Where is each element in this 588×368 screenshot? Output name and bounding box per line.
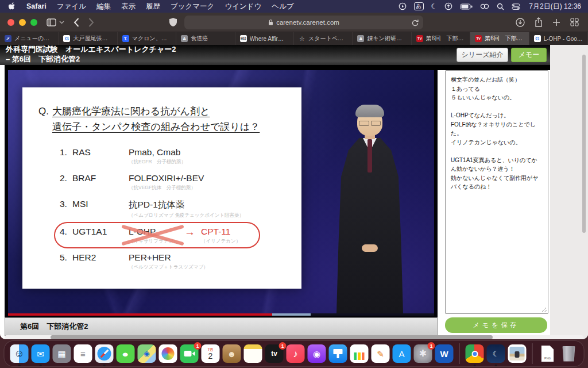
tab-2[interactable]: G大戸屋尾張旭… xyxy=(59,32,117,45)
sidebar-icon[interactable] xyxy=(47,18,56,26)
dock-png-file-icon[interactable]: PNG xyxy=(539,344,557,363)
dock-chrome-icon[interactable] xyxy=(466,344,484,363)
focus-moon-icon[interactable]: ☾ xyxy=(431,3,438,10)
memo-textarea[interactable]: 横文字の並んだお話（笑） １あってる ５もいいんじゃないの。 L-OHPてなんだ… xyxy=(446,71,548,313)
dock-mail-icon[interactable]: ✉ xyxy=(32,344,50,363)
notification-badge: 1 xyxy=(428,342,435,350)
control-center-icon[interactable] xyxy=(512,3,520,10)
menu-bar: Safari ファイル 編集 表示 履歴 ブックマーク ウインドウ ヘルプ あ … xyxy=(0,0,588,13)
dock-numbers-icon[interactable] xyxy=(350,344,369,363)
chevron-down-icon[interactable] xyxy=(59,21,64,24)
menu-view[interactable]: 表示 xyxy=(116,2,141,12)
dock-messages-icon[interactable]: ● xyxy=(117,344,135,363)
hotspot-icon[interactable] xyxy=(480,3,489,9)
zoom-window-button[interactable] xyxy=(30,19,37,26)
tab-10[interactable]: GL-OHP - Goo… xyxy=(529,32,588,45)
tab-6[interactable]: ☆スタートページ xyxy=(294,32,353,45)
dock-pages-icon[interactable]: ✎ xyxy=(372,344,390,363)
tab-5[interactable]: WSJWhere Affir… xyxy=(235,32,294,45)
privacy-shield-icon[interactable] xyxy=(169,17,177,27)
battery-icon[interactable] xyxy=(460,3,473,10)
minimize-window-button[interactable] xyxy=(19,19,26,26)
lecture-slide: Q. 大腸癌化学療法に関わる抗がん剤と 遺伝子・タンパク検査の組み合わせで誤りは… xyxy=(22,87,301,289)
menu-bookmarks[interactable]: ブックマーク xyxy=(165,2,219,12)
dock-calendar-icon[interactable]: 7月2 xyxy=(202,344,220,363)
dock-trash-icon[interactable] xyxy=(560,344,578,363)
menu-clock[interactable]: 7月2日(日) 12:36 xyxy=(529,2,581,12)
reload-icon[interactable] xyxy=(412,19,419,26)
dock-launchpad-icon[interactable]: ▦ xyxy=(53,344,71,363)
slide-question: Q. 大腸癌化学療法に関わる抗がん剤と 遺伝子・タンパク検査の組み合わせで誤りは… xyxy=(38,103,301,135)
dock-safari-icon[interactable] xyxy=(95,344,114,363)
dock-contacts-icon[interactable]: ☻ xyxy=(223,344,241,363)
close-window-button[interactable] xyxy=(7,19,14,26)
new-tab-icon[interactable] xyxy=(552,18,560,26)
apple-logo-icon[interactable] xyxy=(8,2,16,11)
dock-word-icon[interactable]: W xyxy=(435,344,454,363)
dock-appstore-icon[interactable]: A xyxy=(393,344,411,363)
lecturer xyxy=(330,103,410,313)
tab-4[interactable]: A食道癌 xyxy=(176,32,235,45)
video-progress-bar[interactable] xyxy=(8,313,434,316)
dock-photo-window-icon[interactable] xyxy=(508,344,527,363)
dock-podcasts-icon[interactable]: ◉ xyxy=(308,344,326,363)
dock-settings-icon[interactable]: ✱1 xyxy=(414,344,432,363)
dock-keynote-icon[interactable] xyxy=(329,344,347,363)
running-indicator xyxy=(18,365,21,367)
option-note: （抗EGFR 分子標的薬） xyxy=(129,159,186,166)
tab-favicon: メ xyxy=(5,35,11,42)
vertical-scrollbar[interactable] xyxy=(582,55,586,233)
tab-favicon: TV xyxy=(475,35,482,42)
option-drug: PER+HER xyxy=(129,252,208,263)
address-bar[interactable]: carenetv.carenet.com xyxy=(184,16,423,29)
menu-window[interactable]: ウインドウ xyxy=(219,2,266,12)
menu-safari[interactable]: Safari xyxy=(21,2,52,10)
dock-reminders-icon[interactable]: ≡ xyxy=(74,344,92,363)
tab-9[interactable]: TV第6回 下部… xyxy=(470,32,529,45)
series-intro-button[interactable]: シリーズ紹介 xyxy=(457,48,508,62)
running-indicator xyxy=(103,365,106,367)
share-icon[interactable] xyxy=(535,17,543,27)
tab-7[interactable]: A錬キン術研究所 xyxy=(353,32,411,45)
tab-label: メニューのご… xyxy=(14,34,53,43)
tab-overview-icon[interactable] xyxy=(570,18,579,26)
option-note: （ペルツズマブ＋トラスツズマブ） xyxy=(129,264,208,271)
input-source-icon[interactable]: あ xyxy=(414,2,424,10)
horizontal-scrollbar[interactable] xyxy=(5,335,583,339)
dock-music-icon[interactable]: ♪ xyxy=(287,344,305,363)
dock-maps-icon[interactable]: ◉ xyxy=(138,344,156,363)
dock-notes-icon[interactable] xyxy=(244,344,262,363)
spotlight-icon[interactable] xyxy=(497,3,504,10)
back-button[interactable] xyxy=(74,18,79,27)
video-player[interactable]: Q. 大腸癌化学療法に関わる抗がん剤と 遺伝子・タンパク検査の組み合わせで誤りは… xyxy=(5,70,438,317)
menu-history[interactable]: 履歴 xyxy=(141,2,165,12)
video-caption: 第6回 下部消化管2 xyxy=(20,322,88,331)
tab-favicon: G xyxy=(63,35,70,42)
dock-kindle-icon[interactable]: ☾ xyxy=(487,344,505,363)
dock-divider xyxy=(532,343,533,364)
menu-help[interactable]: ヘルプ xyxy=(266,2,299,12)
tab-8[interactable]: TV第6回 下部… xyxy=(412,32,470,45)
dock-facetime-icon[interactable]: 1 xyxy=(180,344,199,363)
slide-option-2: 2. BRAF FOLFOXIRI+/-BEV （抗VEGF抗体 分子標的薬） xyxy=(60,173,301,191)
tab-1[interactable]: メメニューのご… xyxy=(0,32,59,45)
question-line-1: 大腸癌化学療法に関わる抗がん剤と xyxy=(52,103,260,119)
dock-photos-icon[interactable] xyxy=(159,344,177,363)
forward-button[interactable] xyxy=(88,18,94,27)
tab-bar: メメニューのご…G大戸屋尾張旭…T.マクロン、セ…A食道癌WSJWhere Af… xyxy=(0,32,588,45)
screen-record-icon[interactable] xyxy=(399,2,407,10)
menu-edit[interactable]: 編集 xyxy=(91,2,116,12)
memo-button[interactable]: メモー xyxy=(511,48,547,62)
question-prefix: Q. xyxy=(38,103,49,135)
downloads-icon[interactable] xyxy=(516,18,525,27)
notification-badge: 1 xyxy=(194,342,202,350)
tab-3[interactable]: T.マクロン、セ… xyxy=(118,32,176,45)
software-update-icon[interactable] xyxy=(444,2,452,10)
menu-file[interactable]: ファイル xyxy=(52,2,91,12)
tab-label: Where Affir… xyxy=(250,36,284,42)
horizontal-scrollbar-thumb[interactable] xyxy=(51,335,493,339)
dock-finder-icon[interactable]: ☺ xyxy=(10,344,29,363)
save-memo-button[interactable]: メモを保存 xyxy=(445,317,547,333)
dock-appletv-icon[interactable]: tv1 xyxy=(265,344,284,363)
toolbar-right xyxy=(516,17,588,27)
